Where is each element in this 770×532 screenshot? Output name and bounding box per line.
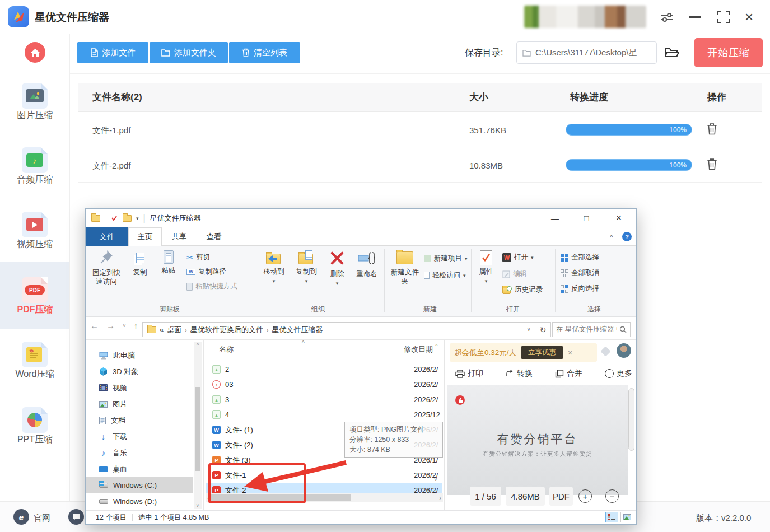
list-col-date[interactable]: 修改日期 bbox=[404, 344, 438, 354]
list-col-name[interactable]: 名称 bbox=[219, 344, 234, 354]
scroll-right-icon[interactable]: › bbox=[437, 494, 443, 501]
move-to-button[interactable]: 移动到 ▾ bbox=[258, 249, 290, 286]
member-diamond-icon[interactable] bbox=[600, 346, 610, 356]
nav-videos[interactable]: 视频 bbox=[86, 380, 193, 396]
start-compress-button[interactable]: 开始压缩 bbox=[694, 38, 763, 67]
edit-button[interactable]: 编辑 bbox=[502, 269, 527, 279]
rename-button[interactable]: 重命名 bbox=[351, 249, 382, 278]
home-button[interactable] bbox=[25, 42, 45, 63]
delete-button[interactable]: 删除 ▾ bbox=[324, 249, 350, 288]
address-dropdown-icon[interactable]: ˅ bbox=[527, 326, 530, 333]
sidebar-item-pdf[interactable]: PDF压缩 bbox=[0, 304, 70, 316]
open-button[interactable]: W 打开▾ bbox=[502, 253, 534, 262]
ad-close-icon[interactable]: × bbox=[568, 348, 572, 357]
ribbon-collapse-icon[interactable]: ^ bbox=[610, 234, 613, 241]
tab-home[interactable]: 主页 bbox=[128, 227, 162, 246]
history-button[interactable]: 历史记录 bbox=[502, 285, 543, 295]
qat-dropdown-icon[interactable]: ▾ bbox=[136, 216, 139, 221]
breadcrumb-desktop[interactable]: 桌面 bbox=[167, 325, 181, 335]
nav-downloads[interactable]: ↓ 下载 bbox=[86, 428, 193, 445]
preview-scrollbar-thumb[interactable] bbox=[628, 388, 634, 451]
thumbnail-view-toggle[interactable] bbox=[620, 512, 633, 522]
add-folder-button[interactable]: 添加文件夹 bbox=[150, 42, 228, 63]
sidebar-item-word[interactable]: Word压缩 bbox=[0, 368, 70, 380]
new-folder-button[interactable]: 新建文件夹 bbox=[389, 249, 421, 286]
refresh-icon[interactable]: ↻ bbox=[535, 322, 551, 337]
sidebar-item-ppt[interactable]: PPT压缩 bbox=[0, 434, 70, 446]
scroll-thumb[interactable] bbox=[195, 387, 200, 471]
explorer-maximize[interactable]: □ bbox=[571, 209, 602, 227]
copy-path-button[interactable]: W 复制路径 bbox=[186, 267, 226, 277]
recent-dropdown-icon[interactable]: ˅ bbox=[123, 323, 126, 329]
up-icon[interactable]: ↑ bbox=[134, 321, 138, 330]
nav-music[interactable]: ♪ 音乐 bbox=[86, 445, 193, 461]
minimize-icon[interactable] bbox=[689, 16, 701, 18]
invert-selection-button[interactable]: 反向选择 bbox=[561, 284, 599, 293]
website-link[interactable]: 官网 bbox=[34, 513, 50, 524]
list-scroll-up-icon[interactable]: ^ bbox=[435, 343, 438, 349]
help-icon[interactable]: ? bbox=[622, 232, 632, 241]
sidebar-item-video[interactable]: 视频压缩 bbox=[0, 239, 70, 250]
user-info-blurred[interactable] bbox=[524, 6, 646, 28]
add-file-button[interactable]: 添加文件 bbox=[77, 42, 148, 63]
details-view-toggle[interactable] bbox=[605, 512, 618, 522]
scroll-down-icon[interactable]: ˅ bbox=[194, 503, 202, 508]
nav-scrollbar[interactable]: ^ ˅ bbox=[194, 342, 202, 509]
checkmark-icon[interactable] bbox=[110, 214, 118, 222]
table-row[interactable]: 文件-2.pdf 10.83MB 100% bbox=[78, 147, 762, 183]
chat-icon[interactable] bbox=[68, 509, 84, 525]
address-bar[interactable]: « 桌面 › 星优软件更换后的文件 › 星优文件压缩器 ˅ bbox=[142, 322, 535, 337]
nav-desktop[interactable]: 桌面 bbox=[86, 461, 193, 477]
forward-icon[interactable]: → bbox=[106, 321, 115, 330]
merge-button[interactable]: 合并 bbox=[555, 368, 582, 379]
nav-drive-c[interactable]: Windows (C:) bbox=[86, 477, 193, 493]
folder-icon[interactable] bbox=[91, 215, 100, 222]
search-input[interactable]: 在 星优文件压缩器 中搜索 bbox=[556, 325, 617, 334]
properties-button[interactable]: 属性 ▾ bbox=[474, 249, 498, 286]
close-icon[interactable]: × bbox=[745, 10, 753, 24]
back-icon[interactable]: ← bbox=[90, 321, 99, 330]
clear-list-button[interactable]: 清空列表 bbox=[229, 42, 300, 63]
more-button[interactable]: ··· 更多 bbox=[605, 368, 632, 379]
account-avatar[interactable] bbox=[617, 343, 631, 358]
tab-file[interactable]: 文件 bbox=[86, 227, 128, 246]
nav-pictures[interactable]: 图片 bbox=[86, 396, 193, 412]
settings-sliders-icon[interactable] bbox=[660, 11, 674, 26]
nav-this-pc[interactable]: 此电脑 bbox=[86, 347, 193, 363]
breadcrumb-parent[interactable]: 星优软件更换后的文件 bbox=[190, 325, 263, 335]
delete-row-icon[interactable] bbox=[707, 158, 717, 172]
pin-to-quick-access-button[interactable]: 固定到快速访问 bbox=[90, 249, 123, 286]
scroll-up-icon[interactable]: ^ bbox=[194, 342, 202, 348]
save-dir-input[interactable]: C:\Users\31177\Desktop\星 bbox=[516, 41, 657, 64]
copy-to-button[interactable]: 复制到 ▾ bbox=[291, 249, 322, 286]
cut-button[interactable]: ✂ 剪切 bbox=[186, 253, 210, 262]
tab-share[interactable]: 共享 bbox=[162, 227, 197, 246]
browse-folder-icon[interactable] bbox=[664, 46, 680, 62]
folder-icon[interactable] bbox=[123, 215, 132, 222]
convert-button[interactable]: 转换 bbox=[506, 368, 533, 379]
file-row[interactable]: ▴ 4 2025/12 bbox=[206, 407, 442, 422]
zoom-out-icon[interactable]: − bbox=[605, 489, 619, 503]
list-scroll-down-icon[interactable]: ˅ bbox=[434, 477, 437, 483]
new-item-button[interactable]: 新建项目▾ bbox=[424, 254, 468, 263]
nav-documents[interactable]: 文档 bbox=[86, 412, 193, 428]
file-row[interactable]: ▴ 2 2026/2/ bbox=[206, 362, 442, 377]
file-row[interactable]: ♪ 03 2026/2/ bbox=[206, 377, 442, 392]
website-icon[interactable]: e bbox=[13, 509, 29, 525]
search-box[interactable]: 在 星优文件压缩器 中搜索 bbox=[552, 322, 631, 337]
maximize-icon[interactable] bbox=[717, 11, 730, 25]
zoom-in-icon[interactable]: + bbox=[578, 489, 592, 503]
easy-access-button[interactable]: 轻松访问▾ bbox=[424, 270, 466, 280]
sidebar-item-image[interactable]: 图片压缩 bbox=[0, 110, 70, 122]
nav-3d-objects[interactable]: 3D 对象 bbox=[86, 363, 193, 380]
explorer-minimize[interactable]: — bbox=[539, 209, 571, 227]
explorer-close[interactable]: × bbox=[602, 209, 636, 227]
paste-button[interactable]: 粘贴 bbox=[156, 249, 181, 275]
nav-drive-d[interactable]: Windows (D:) bbox=[86, 493, 193, 510]
breadcrumb-current[interactable]: 星优文件压缩器 bbox=[272, 325, 323, 335]
select-none-button[interactable]: 全部取消 bbox=[561, 268, 599, 278]
select-all-button[interactable]: 全部选择 bbox=[561, 253, 599, 262]
ad-button[interactable]: 立享优惠 bbox=[521, 346, 563, 359]
paste-shortcut-button[interactable]: 粘贴快捷方式 bbox=[186, 282, 237, 291]
file-row[interactable]: ▴ 3 2026/2/ bbox=[206, 392, 442, 407]
